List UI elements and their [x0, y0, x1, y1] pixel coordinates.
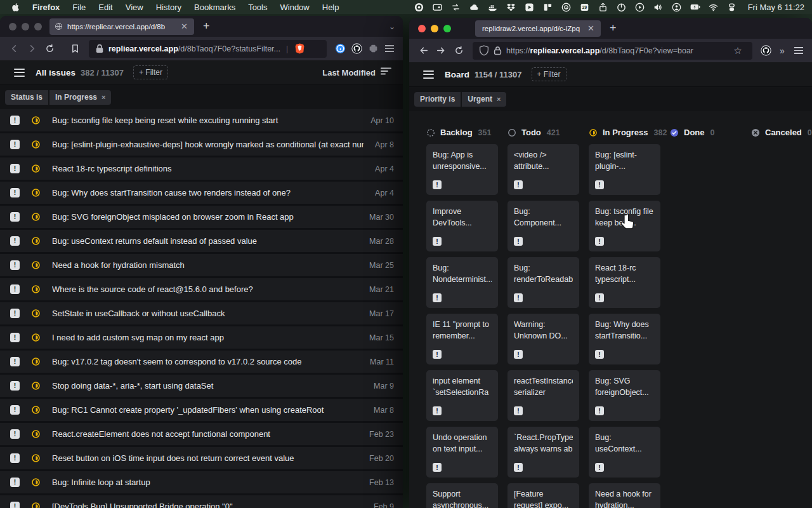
kanban-card[interactable]: Bug: App is unresponsive... ! — [426, 144, 498, 195]
close-tab-icon[interactable]: ✕ — [586, 23, 596, 33]
kanban-card[interactable]: Bug: SVG foreignObject... ! — [589, 370, 660, 421]
sync-icon[interactable] — [451, 2, 461, 12]
docker-icon[interactable] — [488, 2, 498, 12]
kanban-card[interactable]: input element `setSelectionRa ! — [426, 370, 498, 421]
issue-row[interactable]: ! Stop doing data-*, aria-*, start using… — [0, 375, 403, 399]
menubar-clock[interactable]: Fri May 6 11:22 — [748, 3, 804, 12]
kanban-card[interactable]: `React.PropTypes always warns ab ! — [508, 427, 579, 478]
sort-order-label[interactable]: Last Modified — [322, 68, 376, 77]
issue-row[interactable]: ! Bug: useContext returns default instea… — [0, 230, 403, 254]
bookmark-icon[interactable] — [66, 41, 84, 57]
battery-icon[interactable] — [690, 2, 700, 12]
menu-hamburger-icon[interactable] — [381, 41, 398, 57]
issue-row[interactable]: ! React 18-rc typescript definitions Apr… — [0, 157, 403, 182]
reload-icon[interactable] — [41, 41, 58, 57]
volume-icon[interactable] — [653, 2, 664, 12]
kanban-card[interactable]: Undo operation on text input... ! — [426, 427, 498, 478]
window-controls[interactable] — [418, 25, 451, 32]
display-icon[interactable] — [433, 2, 443, 12]
play-circle-icon[interactable] — [635, 2, 645, 12]
menu-history[interactable]: History — [156, 3, 181, 12]
play-square-icon[interactable] — [525, 2, 535, 12]
add-filter-button[interactable]: + Filter — [133, 65, 168, 79]
kanban-card[interactable]: <video /> attribute... ! — [508, 144, 579, 195]
back-icon[interactable] — [414, 43, 432, 59]
issue-row[interactable]: ! Bug: Why does startTransition cause tw… — [0, 182, 403, 206]
kanban-card[interactable]: Support asynchronous... ! — [426, 483, 498, 508]
sidebar-menu-icon[interactable] — [14, 69, 25, 77]
dropbox-icon[interactable] — [506, 2, 516, 12]
sidebar-menu-icon[interactable] — [423, 70, 434, 79]
browser-tab[interactable]: replidraw2.vercel.app/d/c-iZpq ✕ — [475, 20, 601, 37]
kanban-card[interactable]: Improve DevTools... ! — [426, 201, 498, 251]
issue-row[interactable]: ! Bug: v17.0.2 tag doesn't seem to corre… — [0, 351, 403, 375]
new-tab-button[interactable]: + — [203, 20, 210, 33]
calendar-icon[interactable]: 29 — [580, 2, 590, 12]
kanban-card[interactable]: Bug: Nondeterminist... ! — [426, 257, 498, 308]
window-manager-icon[interactable] — [543, 2, 553, 12]
kanban-card[interactable]: [Feature request] expo... ! — [508, 483, 579, 508]
kanban-card[interactable]: Bug: tsconfig file keep bein... ! — [589, 201, 660, 251]
overflow-chevrons-icon[interactable]: » — [774, 43, 790, 59]
kanban-card[interactable]: React 18-rc typescript... ! — [589, 257, 660, 308]
one-password-icon[interactable] — [561, 2, 572, 12]
kanban-card[interactable]: Bug: Why does startTransitio... ! — [589, 314, 660, 364]
apple-menu-icon[interactable] — [11, 3, 21, 12]
url-bar[interactable]: repliear.vercel.app/d/8bTaoq7F0e?statusF… — [89, 40, 327, 58]
bookmark-star-icon[interactable]: ☆ — [730, 43, 746, 59]
maximize-window-icon[interactable] — [34, 23, 42, 30]
close-tab-icon[interactable]: ✕ — [180, 22, 189, 31]
menu-file[interactable]: File — [72, 3, 86, 12]
close-window-icon[interactable] — [9, 23, 16, 30]
filter-chip[interactable]: Urgent× — [462, 92, 506, 107]
sort-icon[interactable] — [381, 67, 391, 78]
minimize-window-icon[interactable] — [431, 25, 438, 32]
brave-shield-icon[interactable] — [294, 41, 305, 57]
github-extension-icon[interactable] — [757, 43, 774, 59]
github-extension-icon[interactable] — [348, 41, 365, 57]
kanban-card[interactable]: Warning: Unknown DO... ! — [508, 314, 579, 364]
close-window-icon[interactable] — [418, 25, 426, 32]
filter-chip[interactable]: Status is — [5, 90, 48, 105]
menu-hamburger-icon[interactable] — [790, 43, 807, 59]
issue-row[interactable]: ! Reset button on iOS time input does no… — [0, 447, 403, 471]
menu-view[interactable]: View — [126, 3, 143, 12]
back-icon[interactable] — [5, 41, 23, 57]
window-controls[interactable] — [9, 23, 42, 30]
chip-close-icon[interactable]: × — [102, 94, 105, 101]
profiles-icon[interactable] — [727, 2, 737, 12]
menu-help[interactable]: Help — [322, 3, 339, 12]
kanban-card[interactable]: Need a hook for hydration... ! — [589, 483, 660, 508]
menu-bookmarks[interactable]: Bookmarks — [194, 3, 235, 12]
issue-row[interactable]: ! Bug: RC1 Cannot create property '_upda… — [0, 399, 403, 423]
forward-icon[interactable] — [23, 41, 41, 57]
assistant-icon[interactable] — [672, 2, 682, 12]
kanban-card[interactable]: Bug: [eslint-plugin-... ! — [589, 144, 660, 195]
one-password-extension-icon[interactable] — [332, 41, 348, 57]
kanban-card[interactable]: Bug: Component... ! — [508, 201, 579, 251]
filter-chip[interactable]: In Progress× — [49, 90, 111, 105]
issue-row[interactable]: ! React.createElement does not accept fu… — [0, 423, 403, 447]
extensions-puzzle-icon[interactable] — [365, 41, 381, 57]
kanban-card[interactable]: reactTestInstance serializer ! — [508, 370, 579, 421]
issue-row[interactable]: ! Bug: tsconfig file keep being reset wh… — [0, 109, 403, 133]
issue-row[interactable]: ! Bug: [eslint-plugin-exhaustive-deps] h… — [0, 133, 403, 157]
forward-icon[interactable] — [432, 43, 450, 59]
kanban-card[interactable]: Bug: useContext... ! — [589, 427, 660, 478]
menu-window[interactable]: Window — [280, 3, 310, 12]
chip-close-icon[interactable]: × — [497, 96, 501, 103]
tracking-shield-icon[interactable] — [479, 43, 489, 59]
kanban-card[interactable]: Bug: renderToReadab ! — [508, 257, 579, 308]
minimize-window-icon[interactable] — [22, 23, 29, 30]
filter-chip[interactable]: Priority is — [414, 92, 461, 107]
record-icon[interactable] — [414, 2, 424, 12]
maximize-window-icon[interactable] — [443, 25, 451, 32]
issue-row[interactable]: ! Need a hook for hydration mismatch Mar… — [0, 254, 403, 278]
chevron-down-icon[interactable]: ⌄ — [389, 22, 395, 31]
reload-icon[interactable] — [450, 43, 468, 59]
add-filter-button[interactable]: + Filter — [532, 67, 566, 81]
menu-edit[interactable]: Edit — [98, 3, 112, 12]
cloud-icon[interactable] — [469, 2, 480, 12]
issue-row[interactable]: ! Bug: Infinite loop at startup Feb 13 — [0, 471, 403, 495]
issue-row[interactable]: ! Bug: SVG foreignObject misplaced on br… — [0, 206, 403, 230]
